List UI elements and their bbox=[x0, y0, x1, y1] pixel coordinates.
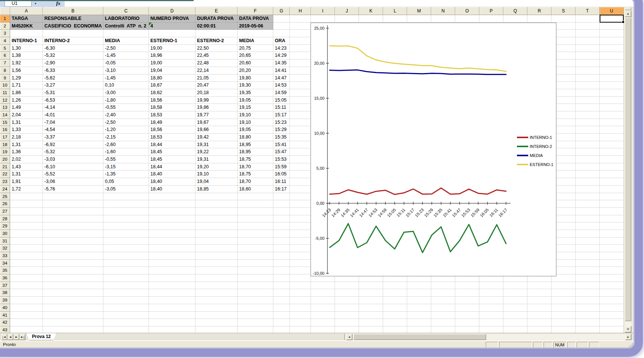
row-header-4[interactable]: 4 bbox=[0, 37, 10, 45]
cell-E31[interactable] bbox=[195, 238, 238, 245]
cell-U24[interactable] bbox=[600, 186, 624, 193]
cell-S39[interactable] bbox=[552, 297, 576, 304]
cell-A39[interactable] bbox=[10, 297, 43, 304]
cell-U42[interactable] bbox=[600, 319, 624, 326]
select-all-corner[interactable] bbox=[0, 7, 10, 15]
cell-D15[interactable]: 18,49 bbox=[149, 119, 195, 126]
cell-E36[interactable] bbox=[195, 274, 238, 282]
cell-H26[interactable] bbox=[290, 200, 311, 208]
cell-B29[interactable] bbox=[43, 222, 103, 230]
row-header-23[interactable]: 23 bbox=[0, 178, 10, 186]
cell-B23[interactable]: -3,06 bbox=[43, 178, 103, 186]
cell-F34[interactable] bbox=[238, 260, 273, 267]
cell-A34[interactable] bbox=[10, 260, 43, 267]
column-header-Q[interactable]: Q bbox=[503, 7, 527, 15]
cell-F43[interactable] bbox=[238, 326, 273, 333]
cell-H43[interactable] bbox=[290, 326, 311, 333]
cell-D27[interactable] bbox=[149, 208, 195, 215]
cell-J41[interactable] bbox=[335, 312, 359, 319]
cell-U36[interactable] bbox=[600, 274, 624, 282]
cell-H27[interactable] bbox=[290, 208, 311, 215]
cell-T25[interactable] bbox=[576, 193, 600, 201]
cell-C24[interactable]: -3,05 bbox=[103, 186, 149, 193]
cell-U28[interactable] bbox=[600, 215, 624, 223]
cell-C31[interactable] bbox=[103, 238, 149, 245]
cell-A32[interactable] bbox=[10, 245, 43, 252]
cell-B2[interactable]: CASEIFICIO ECONORMA bbox=[43, 23, 103, 30]
cell-A38[interactable] bbox=[10, 289, 43, 297]
cell-A14[interactable]: 2,04 bbox=[10, 111, 43, 119]
cell-R43[interactable] bbox=[527, 326, 552, 333]
cell-G37[interactable] bbox=[273, 282, 290, 289]
cell-B34[interactable] bbox=[43, 260, 103, 267]
cell-A4[interactable]: INTERNO-1 bbox=[10, 37, 43, 45]
cell-U2[interactable] bbox=[600, 23, 624, 30]
cell-O41[interactable] bbox=[455, 312, 479, 319]
cell-E22[interactable]: 19,10 bbox=[195, 171, 238, 178]
cell-T21[interactable] bbox=[576, 163, 600, 171]
scroll-right-icon[interactable]: ► bbox=[625, 334, 631, 340]
cell-T14[interactable] bbox=[576, 111, 600, 119]
cell-A7[interactable]: 1,92 bbox=[10, 59, 43, 67]
cell-L1[interactable] bbox=[383, 15, 407, 23]
cell-S41[interactable] bbox=[552, 312, 576, 319]
column-header-P[interactable]: P bbox=[479, 7, 503, 15]
cell-D34[interactable] bbox=[149, 260, 195, 267]
cell-U20[interactable] bbox=[600, 156, 624, 163]
cell-E37[interactable] bbox=[195, 282, 238, 289]
cell-M40[interactable] bbox=[407, 304, 431, 312]
cell-H15[interactable] bbox=[290, 119, 311, 126]
cell-E1[interactable]: DURATA PROVA bbox=[195, 15, 238, 23]
cell-G21[interactable]: 15:59 bbox=[273, 163, 290, 171]
cell-H9[interactable] bbox=[290, 75, 311, 82]
cell-G11[interactable]: 14:59 bbox=[273, 89, 290, 97]
cell-D24[interactable]: 18,40 bbox=[149, 186, 195, 193]
cell-U7[interactable] bbox=[600, 59, 624, 67]
cell-E17[interactable]: 19,42 bbox=[195, 134, 238, 141]
cell-T27[interactable] bbox=[576, 208, 600, 215]
cell-E23[interactable]: 19,04 bbox=[195, 178, 238, 186]
cell-B10[interactable]: -3,27 bbox=[43, 82, 103, 89]
cell-G23[interactable]: 16:11 bbox=[273, 178, 290, 186]
cell-U10[interactable] bbox=[600, 82, 624, 89]
cell-H5[interactable] bbox=[290, 45, 311, 52]
cell-B28[interactable] bbox=[43, 215, 103, 223]
cell-D42[interactable] bbox=[149, 319, 195, 326]
row-header-27[interactable]: 27 bbox=[0, 208, 10, 215]
cell-E35[interactable] bbox=[195, 267, 238, 274]
row-header-38[interactable]: 38 bbox=[0, 289, 10, 297]
cell-C25[interactable] bbox=[103, 193, 149, 201]
cell-N1[interactable] bbox=[431, 15, 455, 23]
cell-F29[interactable] bbox=[238, 222, 273, 230]
cell-D25[interactable] bbox=[149, 193, 195, 201]
cell-C17[interactable]: -2,15 bbox=[103, 134, 149, 141]
cell-A22[interactable]: 1,31 bbox=[10, 171, 43, 178]
cell-B30[interactable] bbox=[43, 230, 103, 238]
cell-F39[interactable] bbox=[238, 297, 273, 304]
cell-U3[interactable] bbox=[600, 30, 624, 37]
cell-G30[interactable] bbox=[273, 230, 290, 238]
cell-H38[interactable] bbox=[290, 289, 311, 297]
row-header-32[interactable]: 32 bbox=[0, 245, 10, 252]
cell-E29[interactable] bbox=[195, 222, 238, 230]
cell-E40[interactable] bbox=[195, 304, 238, 312]
cell-H19[interactable] bbox=[290, 148, 311, 156]
cell-E27[interactable] bbox=[195, 208, 238, 215]
cell-B43[interactable] bbox=[43, 326, 103, 333]
cell-U4[interactable] bbox=[600, 37, 624, 45]
cell-K40[interactable] bbox=[359, 304, 383, 312]
cell-G13[interactable]: 15:11 bbox=[273, 104, 290, 111]
cell-F20[interactable]: 18,75 bbox=[238, 156, 273, 163]
cell-E7[interactable]: 22,48 bbox=[195, 59, 238, 67]
cell-G22[interactable]: 16:05 bbox=[273, 171, 290, 178]
cell-A8[interactable]: 1,56 bbox=[10, 67, 43, 75]
row-header-42[interactable]: 42 bbox=[0, 319, 10, 326]
cell-J37[interactable] bbox=[335, 282, 359, 289]
cell-R42[interactable] bbox=[527, 319, 552, 326]
cell-C18[interactable]: -2,60 bbox=[103, 141, 149, 149]
row-header-30[interactable]: 30 bbox=[0, 230, 10, 238]
cell-B24[interactable]: -5,76 bbox=[43, 186, 103, 193]
cell-B41[interactable] bbox=[43, 312, 103, 319]
cell-I38[interactable] bbox=[311, 289, 335, 297]
cell-G33[interactable] bbox=[273, 252, 290, 260]
